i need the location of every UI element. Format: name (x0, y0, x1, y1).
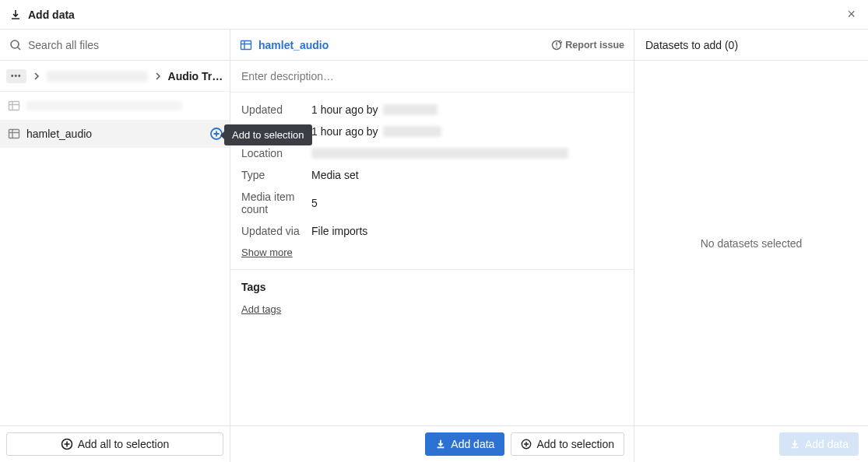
svg-rect-1 (9, 102, 19, 110)
list-item[interactable] (0, 92, 230, 120)
chevron-right-icon (154, 72, 162, 80)
breadcrumb-current[interactable]: Audio Tra… (168, 70, 223, 82)
search-input[interactable] (28, 39, 220, 51)
button-label: Add data (451, 438, 494, 450)
plus-circle-icon (521, 439, 532, 450)
meta-row-updated-via: Updated via File imports (241, 225, 623, 237)
meta-row-location: Location (241, 147, 623, 159)
description-placeholder: Enter description… (241, 70, 334, 82)
tags-section: Tags Add tags (230, 270, 634, 326)
list-item-label-redacted (26, 101, 182, 110)
warning-icon (551, 40, 562, 51)
meta-value (311, 147, 568, 159)
meta-value: 5 (311, 191, 318, 215)
meta-row-updated: Updated 1 hour ago by (241, 103, 623, 116)
meta-label: Type (241, 169, 311, 181)
left-footer: Add all to selection (0, 425, 230, 462)
meta-row-type: Type Media set (241, 169, 623, 181)
chevron-right-icon (33, 72, 40, 80)
search-icon (9, 39, 22, 51)
download-icon (435, 439, 446, 450)
dialog-title: Add data (28, 9, 75, 21)
button-label: Add data (805, 438, 849, 450)
plus-circle-icon (61, 438, 73, 450)
breadcrumb: ••• Audio Tra… (0, 61, 230, 92)
report-issue-button[interactable]: Report issue (551, 40, 624, 51)
metadata-section: Updated 1 hour ago by Created 1 hour ago… (230, 93, 634, 270)
dialog-title-wrap: Add data (9, 9, 75, 21)
svg-rect-2 (9, 130, 19, 138)
meta-label: Updated (241, 103, 311, 116)
add-data-button[interactable]: Add data (425, 432, 504, 456)
add-to-selection-button[interactable]: Add to selection (511, 432, 624, 456)
report-issue-label: Report issue (565, 40, 624, 51)
meta-row-show-more: Show more (241, 247, 623, 258)
meta-text: 1 hour ago by (311, 103, 378, 116)
list-item[interactable]: hamlet_audio (0, 120, 230, 148)
button-label: Add all to selection (78, 438, 170, 450)
tooltip: Add to selection (224, 124, 312, 145)
meta-label: Media item count (241, 191, 311, 215)
show-more-link[interactable]: Show more (241, 247, 293, 258)
redacted-user (383, 104, 438, 115)
meta-label: Location (241, 147, 311, 159)
selection-panel: Datasets to add (0) No datasets selected… (634, 30, 868, 462)
add-tags-link[interactable]: Add tags (241, 303, 281, 315)
file-list: hamlet_audio (0, 92, 230, 425)
meta-row-media-count: Media item count 5 (241, 191, 623, 215)
selection-header: Datasets to add (0) (634, 30, 868, 61)
close-button[interactable]: × (844, 3, 859, 26)
details-title: hamlet_audio (258, 39, 329, 51)
details-panel: hamlet_audio Report issue Enter descript… (230, 30, 634, 462)
svg-rect-5 (241, 40, 251, 49)
dialog-header: Add data × (0, 0, 868, 30)
description-field[interactable]: Enter description… (230, 61, 634, 93)
details-title-wrap[interactable]: hamlet_audio (240, 39, 329, 51)
details-footer: Add data Add to selection (230, 425, 634, 462)
selection-footer: Add data (634, 425, 868, 462)
download-icon (789, 439, 800, 450)
dialog-body: ••• Audio Tra… (0, 30, 868, 462)
button-label: Add to selection (536, 438, 614, 450)
meta-text: 1 hour ago by (311, 125, 378, 138)
empty-text: No datasets selected (701, 237, 803, 250)
redacted-user (383, 126, 441, 137)
meta-label: Updated via (241, 225, 311, 237)
list-item-label: hamlet_audio (26, 128, 92, 140)
meta-value: 1 hour ago by (311, 125, 441, 138)
redacted-location (311, 148, 568, 159)
meta-value: Media set (311, 169, 359, 181)
selection-empty-state: No datasets selected (634, 61, 868, 425)
meta-value: 1 hour ago by (311, 103, 438, 116)
tags-heading: Tags (241, 281, 623, 293)
meta-value: File imports (311, 225, 367, 237)
download-icon (9, 9, 22, 21)
add-data-button-disabled: Add data (779, 432, 859, 456)
add-all-to-selection-button[interactable]: Add all to selection (6, 432, 223, 456)
details-header: hamlet_audio Report issue (230, 30, 634, 61)
dataset-icon (8, 100, 20, 112)
breadcrumb-redacted (47, 71, 148, 82)
dataset-icon (8, 128, 20, 140)
breadcrumb-more[interactable]: ••• (6, 69, 26, 83)
search-bar[interactable] (0, 30, 230, 61)
add-data-dialog: Add data × ••• (0, 0, 868, 462)
svg-point-0 (11, 40, 19, 48)
left-panel: ••• Audio Tra… (0, 30, 230, 462)
dataset-icon (240, 39, 252, 51)
